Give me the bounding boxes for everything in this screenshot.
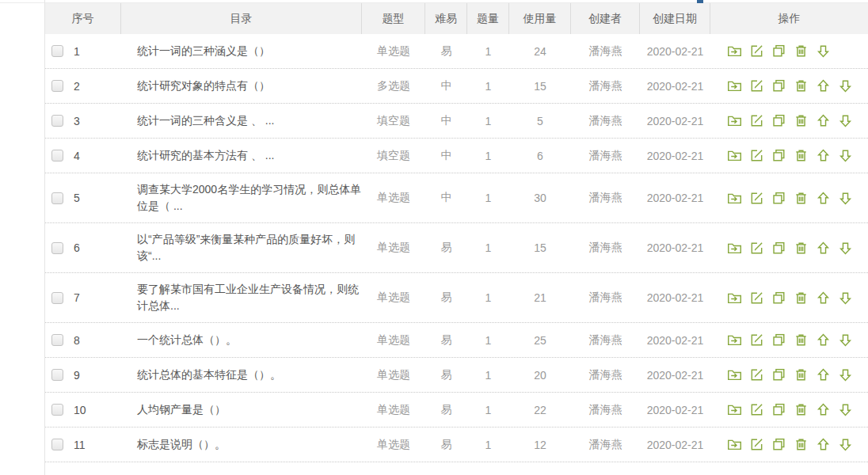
question-creator: 潘海燕 [571,114,640,128]
delete-icon[interactable] [793,240,809,256]
delete-icon[interactable] [793,437,809,453]
up-icon[interactable] [815,290,831,306]
edit-icon[interactable] [748,113,764,129]
question-title: 统计总体的基本特征是（）。 [121,359,362,391]
row-checkbox[interactable] [51,80,63,92]
question-difficulty: 易 [425,368,467,382]
up-icon[interactable] [815,332,831,348]
header-date: 创建日期 [640,3,710,34]
move-icon[interactable] [726,148,742,164]
move-icon[interactable] [726,402,742,418]
up-icon[interactable] [815,367,831,383]
down-icon[interactable] [837,240,853,256]
row-actions [710,190,868,206]
move-icon[interactable] [726,367,742,383]
down-icon[interactable] [837,332,853,348]
row-checkbox[interactable] [51,439,63,450]
edit-icon[interactable] [748,402,764,418]
delete-icon[interactable] [793,290,809,306]
move-icon[interactable] [726,78,742,94]
row-checkbox[interactable] [51,242,63,254]
move-icon[interactable] [726,44,742,59]
down-icon[interactable] [837,113,853,129]
row-index: 4 [74,150,80,162]
table-header-row: 序号 目录 题型 难易 题量 使用量 创建者 创建日期 操作 [45,3,868,34]
question-count: 1 [467,369,509,382]
copy-icon[interactable] [771,44,786,59]
row-checkbox[interactable] [51,115,63,127]
down-icon[interactable] [837,402,853,418]
row-checkbox[interactable] [51,45,63,57]
delete-icon[interactable] [793,190,809,206]
question-title: 统计研究的基本方法有 、 ... [121,139,362,172]
question-date: 2020-02-21 [640,369,710,382]
copy-icon[interactable] [771,113,786,129]
edit-icon[interactable] [748,240,764,256]
down-icon[interactable] [837,367,853,383]
delete-icon[interactable] [793,44,809,59]
edit-icon[interactable] [748,367,764,383]
row-checkbox[interactable] [51,292,63,304]
edit-icon[interactable] [748,78,764,94]
copy-icon[interactable] [771,240,786,256]
edit-icon[interactable] [748,148,764,164]
copy-icon[interactable] [771,148,786,164]
question-difficulty: 中 [425,79,467,93]
edit-icon[interactable] [748,190,764,206]
row-select-cell: 1 [45,45,121,58]
down-icon[interactable] [837,78,853,94]
delete-icon[interactable] [793,148,809,164]
delete-icon[interactable] [793,332,809,348]
move-icon[interactable] [726,332,742,348]
up-icon[interactable] [815,78,831,94]
down-icon[interactable] [837,290,853,306]
up-icon[interactable] [815,148,831,164]
copy-icon[interactable] [771,78,786,94]
move-icon[interactable] [726,113,742,129]
move-icon[interactable] [726,240,742,256]
copy-icon[interactable] [771,367,786,383]
row-actions [710,402,868,418]
row-checkbox[interactable] [51,150,63,162]
down-icon[interactable] [815,44,831,59]
move-icon[interactable] [726,437,742,453]
up-icon[interactable] [815,240,831,256]
copy-icon[interactable] [771,332,786,348]
down-icon[interactable] [837,148,853,164]
copy-icon[interactable] [771,402,786,418]
row-index: 10 [74,404,86,416]
row-select-cell: 9 [45,369,121,382]
row-index: 7 [74,291,80,304]
table-body: 1统计一词的三种涵义是（）单选题易124潘海燕2020-02-212统计研究对象… [45,34,868,462]
edit-icon[interactable] [748,332,764,348]
delete-icon[interactable] [793,402,809,418]
row-checkbox[interactable] [51,192,63,204]
up-icon[interactable] [815,402,831,418]
down-icon[interactable] [837,190,853,206]
row-checkbox[interactable] [51,334,63,346]
up-icon[interactable] [815,437,831,453]
up-icon[interactable] [815,113,831,129]
row-checkbox[interactable] [51,404,63,416]
edit-icon[interactable] [748,290,764,306]
up-icon[interactable] [815,190,831,206]
move-icon[interactable] [726,290,742,306]
delete-icon[interactable] [793,367,809,383]
question-difficulty: 中 [425,191,467,205]
copy-icon[interactable] [771,190,786,206]
move-icon[interactable] [726,190,742,206]
header-usage: 使用量 [509,3,571,34]
down-icon[interactable] [837,437,853,453]
delete-icon[interactable] [793,78,809,94]
edit-icon[interactable] [748,44,764,59]
copy-icon[interactable] [771,290,786,306]
copy-icon[interactable] [771,437,786,453]
delete-icon[interactable] [793,113,809,129]
header-creator: 创建者 [571,3,640,34]
question-date: 2020-02-21 [640,241,710,254]
row-index: 2 [74,80,80,93]
row-checkbox[interactable] [51,369,63,381]
table-row: 7要了解某市国有工业企业生产设备情况，则统计总体...单选题易121潘海燕202… [45,273,868,323]
edit-icon[interactable] [748,437,764,453]
header-index: 序号 [45,3,121,34]
